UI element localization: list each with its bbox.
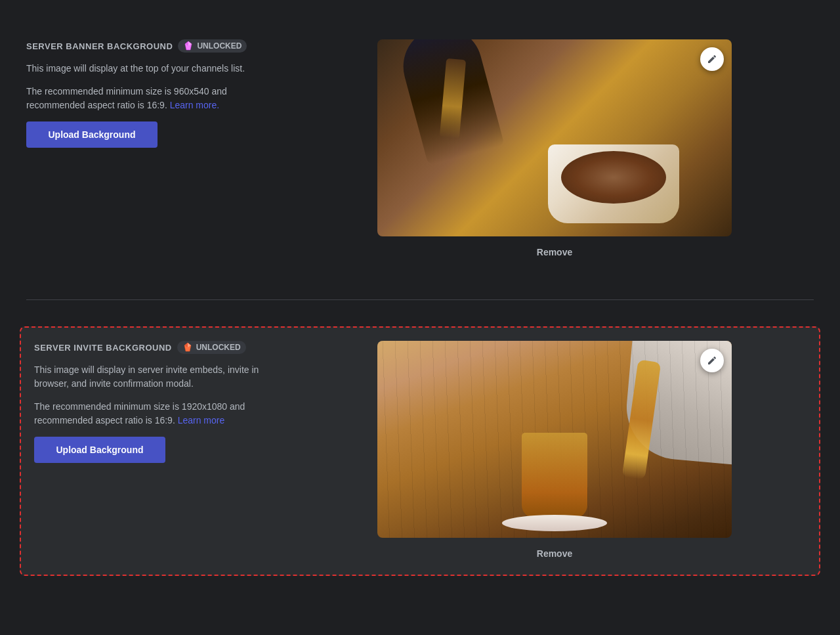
invite-remove-button[interactable]: Remove [529,546,580,561]
banner-upload-button[interactable]: Upload Background [26,121,158,148]
invite-learn-more[interactable]: Learn more [178,415,225,426]
invite-edit-button[interactable] [700,349,724,372]
banner-desc-2: The recommended minimum size is 960x540 … [26,85,276,112]
invite-badge: UNLOCKED [177,341,246,354]
banner-liquid-decoration [561,151,666,204]
banner-badge-text: UNLOCKED [197,41,242,51]
invite-title: SERVER INVITE BACKGROUND [34,343,172,353]
banner-learn-more[interactable]: Learn more. [170,100,219,110]
banner-image-wrapper: Remove [295,39,814,260]
invite-section: SERVER INVITE BACKGROUND UNLOCKED This i… [20,326,820,576]
gem-icon-banner [183,41,194,51]
banner-remove-button[interactable]: Remove [529,244,580,260]
invite-badge-text: UNLOCKED [196,343,241,352]
pencil-icon [707,54,717,64]
invite-desc-1: This image will display in server invite… [34,363,284,391]
invite-glass-decoration [522,433,587,518]
invite-info: SERVER INVITE BACKGROUND UNLOCKED This i… [34,341,284,463]
invite-title-row: SERVER INVITE BACKGROUND UNLOCKED [34,341,284,354]
invite-upload-button[interactable]: Upload Background [34,437,165,463]
page-container: SERVER BANNER BACKGROUND UNLOCKED This i… [0,0,840,602]
banner-edit-button[interactable] [700,47,724,71]
banner-title: SERVER BANNER BACKGROUND [26,41,173,51]
invite-image-container [377,341,732,538]
gem-icon-invite [182,342,193,353]
section-divider [26,299,814,300]
banner-badge: UNLOCKED [178,39,247,53]
banner-title-row: SERVER BANNER BACKGROUND UNLOCKED [26,39,276,53]
invite-saucer-decoration [502,515,607,531]
invite-desc-2: The recommended minimum size is 1920x108… [34,400,284,427]
invite-image-wrapper: Remove [303,341,806,561]
banner-section: SERVER BANNER BACKGROUND UNLOCKED This i… [20,26,820,273]
banner-image-container [377,39,732,236]
pencil-icon [707,355,717,366]
banner-desc-1: This image will display at the top of yo… [26,62,276,76]
banner-info: SERVER BANNER BACKGROUND UNLOCKED This i… [26,39,276,148]
